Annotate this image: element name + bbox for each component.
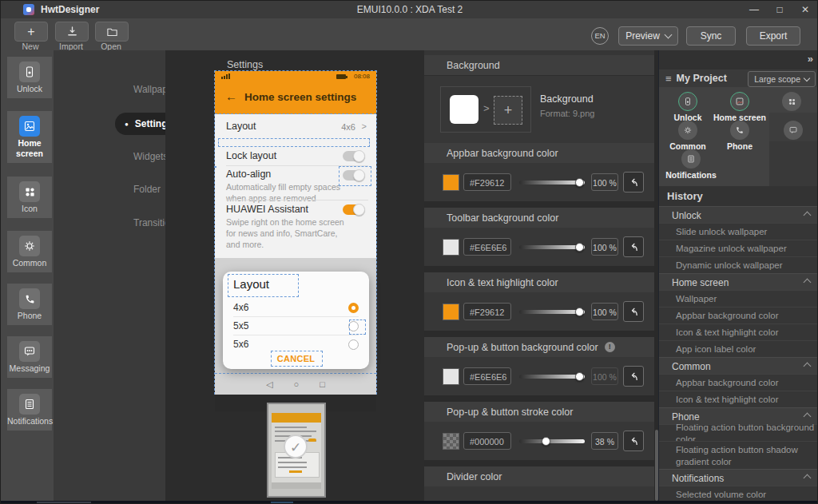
design-canvas: Settings 08:08 ← Home screen settings	[165, 50, 424, 501]
history-group-unlock[interactable]: Unlock	[659, 206, 818, 224]
history-item[interactable]: Selected volume color	[659, 486, 818, 501]
sidebar-item-notifications[interactable]: Notifications	[7, 389, 52, 431]
opacity-slider[interactable]	[519, 173, 585, 191]
hex-input[interactable]: #F29612	[463, 173, 511, 191]
setting-row-auto-align[interactable]: Auto-align Automatically fill empty spac…	[226, 169, 346, 204]
opacity-slider[interactable]	[519, 303, 585, 320]
sidebar-item-icon[interactable]: Icon	[7, 177, 52, 218]
scope-selector[interactable]: Large scope	[748, 71, 816, 87]
phone-preview[interactable]: 08:08 ← Home screen settings Layout 4x6 …	[215, 71, 376, 394]
radio-icon[interactable]	[348, 339, 359, 350]
module-phone[interactable]: Phone	[712, 121, 768, 151]
subnav-item-folder[interactable]: Folder	[133, 184, 161, 195]
back-arrow-icon[interactable]: ←	[225, 89, 237, 103]
phone-appbar[interactable]: ← Home screen settings	[215, 81, 376, 114]
slider-knob[interactable]	[575, 178, 584, 187]
history-item[interactable]: App icon label color	[659, 340, 818, 358]
history-item[interactable]: Wallpaper	[659, 290, 818, 308]
radio-selected-icon[interactable]	[348, 303, 359, 313]
lock-layout-toggle[interactable]	[343, 151, 364, 161]
opacity-slider[interactable]	[519, 432, 585, 450]
color-swatch[interactable]	[443, 239, 459, 256]
taskbar-strip	[1, 501, 818, 504]
maximize-button[interactable]: □	[768, 1, 792, 18]
history-item[interactable]: Icon & text highlight color	[659, 391, 818, 408]
huawei-assistant-toggle[interactable]	[343, 204, 364, 215]
color-swatch[interactable]	[443, 304, 459, 320]
history-item[interactable]: Slide unlock wallpaper	[659, 223, 818, 240]
history-group-home-screen[interactable]: Home screen	[659, 273, 818, 291]
module-home-screen[interactable]: Home screen	[712, 92, 768, 122]
opacity-slider[interactable]	[519, 367, 585, 385]
sidebar-item-home-screen[interactable]: Home screen	[7, 111, 52, 163]
dialog-option-4x6[interactable]: 4x6	[233, 299, 359, 316]
hamburger-icon[interactable]: ≡	[665, 73, 672, 85]
sidebar-item-messaging[interactable]: Messaging	[7, 336, 52, 378]
sidebar-item-common[interactable]: Common	[7, 231, 52, 272]
history-item[interactable]: Appbar background color	[659, 374, 818, 391]
sidebar-item-unlock[interactable]: Unlock	[7, 57, 52, 98]
history-item[interactable]: Dynamic unlock wallpaper	[659, 256, 818, 274]
export-button[interactable]: Export	[746, 26, 800, 46]
layout-dialog[interactable]: Layout 4x6 5x5 5x6 CANCEL	[223, 272, 369, 369]
list-divider	[226, 200, 368, 200]
language-badge[interactable]: EN	[591, 27, 609, 45]
background-swatch[interactable]	[450, 95, 478, 124]
opacity-value[interactable]: 100 %	[591, 238, 618, 256]
history-item[interactable]: Magazine unlock wallpaper	[659, 240, 818, 257]
dialog-option-5x5[interactable]: 5x5	[233, 317, 359, 335]
history-group-notifications[interactable]: Notifications	[659, 469, 818, 486]
auto-align-toggle[interactable]	[343, 170, 364, 181]
minimize-button[interactable]: —	[742, 1, 766, 18]
history-group-common[interactable]: Common	[659, 357, 818, 375]
reset-button[interactable]	[623, 236, 644, 257]
slider-knob[interactable]	[542, 437, 550, 446]
opacity-slider[interactable]	[519, 238, 585, 256]
sidebar-item-phone[interactable]: Phone	[7, 284, 52, 325]
reset-button[interactable]	[623, 431, 644, 451]
nav-recent-icon[interactable]: □	[320, 379, 325, 389]
color-swatch[interactable]	[443, 433, 459, 450]
collapse-panel-icon[interactable]: »	[808, 53, 813, 65]
history-item[interactable]: Floating action button background color	[659, 424, 818, 442]
message-bubble-icon	[19, 341, 40, 362]
history-item[interactable]: Floating action button shadow gradient c…	[659, 441, 818, 470]
open-button[interactable]	[95, 22, 129, 42]
slider-knob[interactable]	[575, 308, 584, 316]
nav-back-icon[interactable]: ◁	[266, 379, 272, 390]
scrollbar-thumb[interactable]	[655, 430, 658, 501]
color-swatch[interactable]	[443, 174, 459, 191]
import-button[interactable]	[55, 22, 89, 42]
setting-row-huawei-assistant[interactable]: HUAWEI Assistant Swipe right on the home…	[226, 204, 346, 251]
reset-button[interactable]	[623, 301, 644, 322]
page-thumbnail[interactable]: ✓	[267, 403, 326, 498]
add-background-button[interactable]: +	[494, 96, 522, 125]
collapse-chevron-icon	[804, 413, 812, 421]
sync-button[interactable]: Sync	[686, 26, 736, 46]
hex-input[interactable]: #F29612	[463, 303, 511, 320]
preview-button[interactable]: Preview	[618, 26, 678, 46]
history-item[interactable]: Icon & text highlight color	[659, 323, 818, 341]
slider-knob[interactable]	[575, 372, 584, 381]
reset-button[interactable]	[623, 366, 644, 387]
opacity-value[interactable]: 38 %	[591, 432, 618, 450]
sidebar-item-label: Icon	[7, 204, 52, 218]
opacity-value[interactable]: 100 %	[591, 173, 618, 191]
module-unlock[interactable]: Unlock	[665, 92, 710, 122]
hex-input[interactable]: #E6E6E6	[463, 367, 511, 385]
opacity-value[interactable]: 100 %	[591, 303, 618, 320]
color-swatch[interactable]	[443, 368, 459, 385]
slider-knob[interactable]	[575, 243, 584, 252]
hex-input[interactable]: #000000	[463, 432, 511, 450]
info-icon[interactable]: !	[605, 342, 615, 352]
section-title: Appbar background color	[447, 148, 558, 159]
module-common[interactable]: Common	[665, 121, 710, 151]
hex-input[interactable]: #E6E6E6	[463, 238, 511, 256]
nav-home-icon[interactable]: ○	[294, 379, 300, 389]
module-notifications[interactable]: Notifications	[659, 149, 723, 180]
close-button[interactable]: ✕	[793, 1, 817, 18]
setting-row-layout[interactable]: Layout 4x6 >	[226, 121, 368, 132]
new-button[interactable]: +	[14, 22, 48, 42]
history-item[interactable]: Appbar background color	[659, 307, 818, 324]
reset-button[interactable]	[623, 172, 644, 192]
